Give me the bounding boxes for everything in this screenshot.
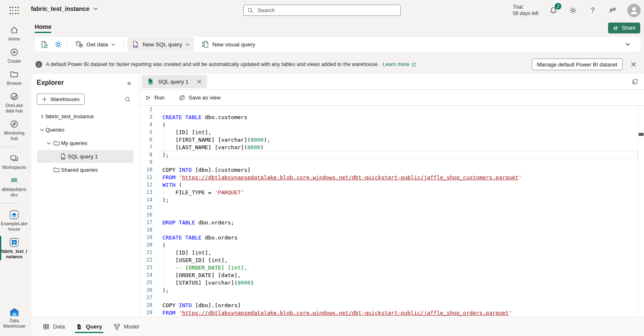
tree-item-shared-queries[interactable]: Shared queries (37, 163, 134, 176)
warehouse-icon (9, 237, 20, 247)
search-input[interactable] (257, 7, 397, 14)
code-text: DROP TABLE dbo.orders; (162, 219, 234, 226)
rail-item-examplelakehouse[interactable]: ExampleLakehouse (0, 210, 28, 232)
code-line-11: 11FROM 'https://dbtlabsynapsedatalake.bl… (140, 173, 644, 181)
settings-button[interactable] (568, 6, 578, 15)
view-tab-label: Data (53, 323, 65, 330)
new-visual-query-button[interactable]: New visual query (198, 38, 259, 51)
copy-icon[interactable] (631, 78, 639, 85)
code-text: FROM 'https://dbtlabsynapsedatalake.blob… (162, 174, 522, 181)
database-icon (75, 40, 83, 48)
share-icon (613, 25, 619, 31)
sql-file-green-icon: SQL (147, 78, 154, 85)
line-number: 3 (140, 114, 152, 120)
share-button[interactable]: Share (608, 23, 640, 33)
code-line-12: 12WITH ( (140, 181, 644, 188)
line-number: 27 (140, 295, 152, 300)
save-as-view-icon (179, 94, 185, 101)
rail-item-create[interactable]: Create (0, 47, 28, 64)
code-line-2: 2 (140, 106, 644, 113)
new-visual-query-label: New visual query (212, 41, 255, 48)
sql-editor[interactable]: 23CREATE TABLE dbo.customers4(5 [ID] [in… (140, 106, 644, 317)
learn-more-link[interactable]: Learn more (383, 61, 417, 67)
new-sql-query-button[interactable]: SQL New SQL query (128, 38, 194, 51)
code-line-7: 7 [LAST_NAME] [varchar](8000) (140, 143, 644, 151)
code-line-10: 10COPY INTO [dbo].[customers] (140, 166, 644, 173)
toolbar-expand-chevron[interactable] (625, 41, 631, 47)
tree-item-fabric-test-instance[interactable]: fabric_test_instance (37, 110, 134, 123)
tree-item-sql-query-1[interactable]: SQLSQL query 1 (37, 150, 134, 163)
line-number: 26 (140, 287, 152, 293)
settings-gear-button[interactable] (53, 39, 63, 49)
explorer-search-icon[interactable] (124, 96, 131, 103)
model-icon (113, 323, 121, 331)
collapse-panel-icon[interactable]: « (127, 79, 131, 87)
feedback-icon (608, 6, 616, 15)
workspace-switcher[interactable]: fabric_test_instance (31, 5, 98, 12)
line-number: 19 (140, 234, 152, 240)
tree-item-label: Queries (45, 127, 65, 133)
banner-close-button[interactable] (629, 60, 638, 69)
tab-home[interactable]: Home (35, 23, 51, 33)
rail-item-home[interactable]: Home (0, 25, 28, 42)
app-launcher-icon[interactable] (9, 6, 20, 15)
code-line-27: 27 (140, 294, 644, 301)
content-card: Explorer « Warehouses fabric_test_instan… (31, 74, 644, 317)
info-icon: i (35, 61, 42, 68)
code-text: COPY INTO [dbo].[customers] (162, 167, 250, 173)
rail-item-onelake-data-hub[interactable]: OneLake data hub (0, 92, 28, 114)
line-number: 21 (140, 249, 152, 255)
banner-message: A default Power BI dataset for faster re… (46, 61, 379, 67)
line-number: 6 (140, 137, 152, 143)
view-tab-query[interactable]: Query (75, 317, 104, 336)
workspace-name: fabric_test_instance (31, 5, 89, 12)
line-number: 17 (140, 219, 152, 225)
line-number: 14 (140, 197, 152, 203)
manage-default-dataset-button[interactable]: Manage default Power BI dataset (532, 59, 623, 70)
avatar[interactable] (627, 4, 641, 17)
line-number: 13 (140, 189, 152, 195)
close-tab-icon[interactable] (197, 79, 202, 84)
rail-item-dbtlabsfabricdev[interactable]: dbtlabsfabricdev (0, 176, 28, 198)
chevron-down-icon[interactable] (38, 127, 45, 132)
tree-item-queries[interactable]: Queries (37, 123, 134, 136)
rail-item-label: OneLake data hub (1, 103, 28, 114)
line-number: 18 (140, 227, 152, 233)
ribbon-tabs-row: Home Share (28, 21, 644, 36)
rail-item-label: Workspaces (1, 165, 28, 170)
view-tab-model[interactable]: Model (112, 317, 141, 336)
add-warehouses-button[interactable]: Warehouses (37, 94, 85, 105)
notification-badge: 2 (555, 3, 561, 10)
notifications-button[interactable]: 2 (549, 6, 558, 15)
tab-sql-query-1[interactable]: SQL SQL query 1 (142, 75, 207, 88)
chevron-right-icon[interactable] (38, 114, 45, 119)
refresh-document-button[interactable] (39, 39, 49, 49)
rail-item-fabric-test-instance[interactable]: fabric_test_instance (0, 237, 28, 260)
save-as-view-button[interactable]: Save as view (179, 94, 221, 101)
gear-icon (569, 6, 577, 15)
share-label: Share (622, 25, 636, 31)
folder-icon (52, 140, 61, 147)
chevron-down-icon[interactable] (45, 141, 52, 146)
code-text: CREATE TABLE dbo.customers (162, 114, 247, 120)
code-line-17: 17DROP TABLE dbo.orders; (140, 219, 644, 226)
rail-item-monitoring-hub[interactable]: Monitoring hub (0, 119, 28, 141)
rail-item-label: ExampleLakehouse (1, 221, 28, 232)
rail-item-workspaces[interactable]: Workspaces (0, 153, 28, 170)
code-line-3: 3CREATE TABLE dbo.customers (140, 113, 644, 121)
get-data-button[interactable]: Get data (72, 38, 119, 51)
scrollbar-thumb[interactable] (639, 133, 644, 136)
rail-item-browse[interactable]: Browse (0, 69, 28, 86)
view-tab-data[interactable]: Data (41, 317, 66, 336)
rail-item-label: Data Warehouse (1, 318, 28, 329)
help-button[interactable]: ? (588, 6, 597, 15)
feedback-button[interactable] (608, 6, 617, 15)
editor-tab-bar: SQL SQL query 1 (140, 74, 644, 90)
code-line-24: 24 [ORDER_DATE] [date], (140, 271, 644, 279)
run-button[interactable]: Run (145, 94, 164, 101)
tree-item-my-queries[interactable]: My queries (37, 137, 134, 150)
code-text: [FIRST_NAME] [varchar](8000), (162, 137, 270, 143)
plus-icon (42, 97, 47, 102)
warehouses-label: Warehouses (51, 97, 80, 102)
rail-item-data-warehouse[interactable]: Data Warehouse (0, 307, 28, 329)
